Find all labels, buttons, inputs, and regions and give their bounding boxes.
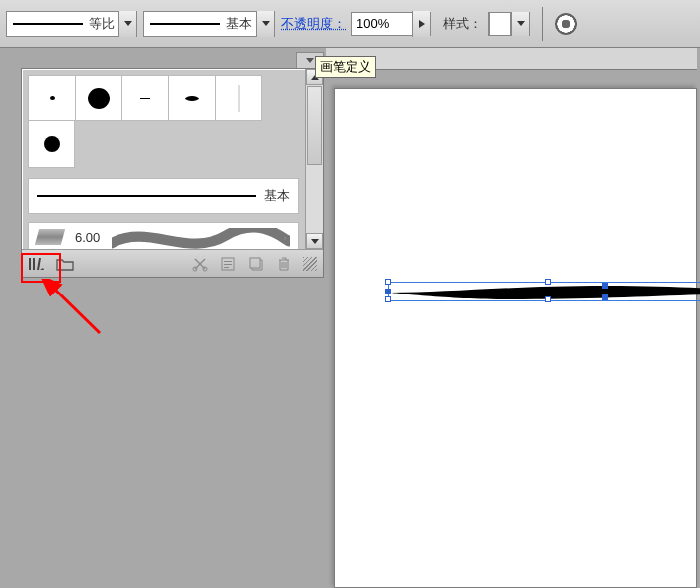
svg-rect-6 [250,258,260,268]
cut-button[interactable] [191,255,209,273]
brush-panel-footer [22,249,323,277]
anchor-point-top[interactable] [602,283,608,289]
bbox-handle-tl[interactable] [385,279,391,285]
style-swatch [489,12,511,36]
brush-tile-dot-medium[interactable] [28,121,75,168]
brush-tile-thinline[interactable] [215,75,262,121]
brush-grid: 基本 6.00 [22,69,305,249]
chevron-down-icon [306,58,314,63]
chevron-right-icon [419,20,425,28]
brush-definition-selector[interactable]: 基本 [143,11,275,37]
svg-line-7 [52,287,100,333]
bbox-handle-tm[interactable] [545,279,551,285]
width-profile-preview: 等比 [7,12,118,36]
svg-rect-4 [224,264,232,265]
calligraphic-thumb-icon [35,229,65,245]
tooltip-brush-definition: 画笔定义 [315,56,376,78]
library-menu-button[interactable] [28,255,46,273]
resize-grip-icon[interactable] [303,257,317,271]
scrollbar-thumb[interactable] [307,86,322,165]
opacity-input[interactable] [352,16,412,31]
brush-panel: 基本 6.00 [21,68,324,278]
gear-icon[interactable] [555,13,577,35]
width-profile-label: 等比 [89,15,115,33]
anchor-point-bottom[interactable] [602,294,608,300]
chevron-down-icon [124,21,132,26]
scroll-down-button[interactable] [306,233,323,249]
brush-definition-label: 基本 [226,15,252,33]
brush-tile-dash[interactable] [121,75,168,121]
style-selector[interactable] [488,12,530,36]
new-button[interactable] [247,255,265,273]
brush-row-artistic[interactable]: 6.00 [28,222,299,249]
brush-panel-body: 基本 6.00 [22,69,323,249]
opacity-label[interactable]: 不透明度： [281,15,346,33]
selected-path[interactable] [388,282,696,303]
artboard[interactable] [334,88,697,588]
width-profile-selector[interactable]: 等比 [6,11,137,37]
anchor-point-left[interactable] [385,289,391,294]
annotation-arrow-icon [40,279,119,348]
basic-brush-label: 基本 [264,187,290,205]
chevron-down-icon [311,239,319,244]
options-toolbar: 等比 基本 不透明度： 样式： [0,0,700,48]
basic-line-icon [37,195,256,197]
brush-size-value: 6.00 [75,230,100,245]
canvas-viewport [326,48,697,588]
brush-row-basic[interactable]: 基本 [28,178,299,214]
info-button[interactable] [219,255,237,273]
brush-panel-scrollbar[interactable] [305,69,323,249]
thinline-icon [238,85,240,112]
opacity-field[interactable] [351,12,431,36]
svg-rect-5 [224,267,229,268]
brush-row [28,121,299,168]
stroke-line-icon [150,23,220,25]
dot-large-icon [88,88,110,109]
stroke-line-icon [13,23,83,25]
brush-definition-dropdown-button[interactable] [256,11,274,37]
opacity-dropdown-button[interactable] [412,11,430,37]
wave-preview [112,228,290,246]
toolbar-divider [542,7,543,41]
brush-tile-dot-small[interactable] [28,75,75,121]
bbox-handle-bl[interactable] [385,296,391,302]
dot-small-icon [50,96,55,100]
scrollbar-track[interactable] [306,166,323,233]
brush-definition-preview: 基本 [144,12,256,36]
width-profile-dropdown-button[interactable] [118,11,136,37]
folder-button[interactable] [56,255,74,273]
style-dropdown-button[interactable] [511,12,529,36]
bbox-handle-bm[interactable] [545,296,551,302]
brush-tile-oval[interactable] [168,75,215,121]
ruler-horizontal[interactable] [326,48,697,70]
brush-row [28,75,299,121]
chevron-down-icon [262,21,270,26]
dash-icon [140,98,150,99]
svg-rect-3 [224,261,232,262]
oval-icon [185,96,199,101]
chevron-down-icon [517,21,525,26]
dot-medium-icon [44,136,60,152]
trash-button[interactable] [275,255,293,273]
style-label: 样式： [443,15,482,33]
brush-tile-dot-large[interactable] [75,75,121,121]
